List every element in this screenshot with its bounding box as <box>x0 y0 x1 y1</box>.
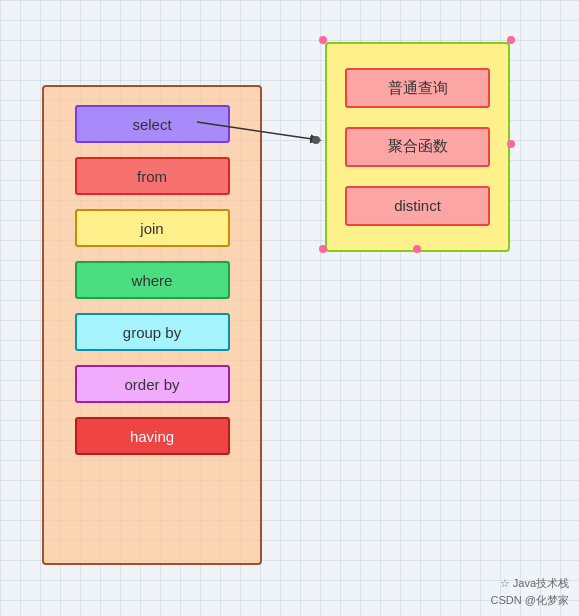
having-keyword[interactable]: having <box>75 417 230 455</box>
aggregate-function-box[interactable]: 聚合函数 <box>345 127 490 167</box>
select-keyword[interactable]: select <box>75 105 230 143</box>
panel-dot-top-right <box>507 36 515 44</box>
orderby-keyword[interactable]: order by <box>75 365 230 403</box>
panel-dot-top-left <box>319 36 327 44</box>
panel-dot-bottom-center <box>413 245 421 253</box>
svg-point-1 <box>312 136 320 144</box>
where-keyword[interactable]: where <box>75 261 230 299</box>
right-panel: 普通查询 聚合函数 distinct <box>325 42 510 252</box>
panel-dot-bottom-left <box>319 245 327 253</box>
watermark: ☆ Java技术栈 CSDN @化梦家 <box>491 575 569 608</box>
from-keyword[interactable]: from <box>75 157 230 195</box>
join-keyword[interactable]: join <box>75 209 230 247</box>
distinct-box[interactable]: distinct <box>345 186 490 226</box>
groupby-keyword[interactable]: group by <box>75 313 230 351</box>
normal-query-box[interactable]: 普通查询 <box>345 68 490 108</box>
panel-dot-right-mid <box>507 140 515 148</box>
left-panel: select from join where group by order by… <box>42 85 262 565</box>
